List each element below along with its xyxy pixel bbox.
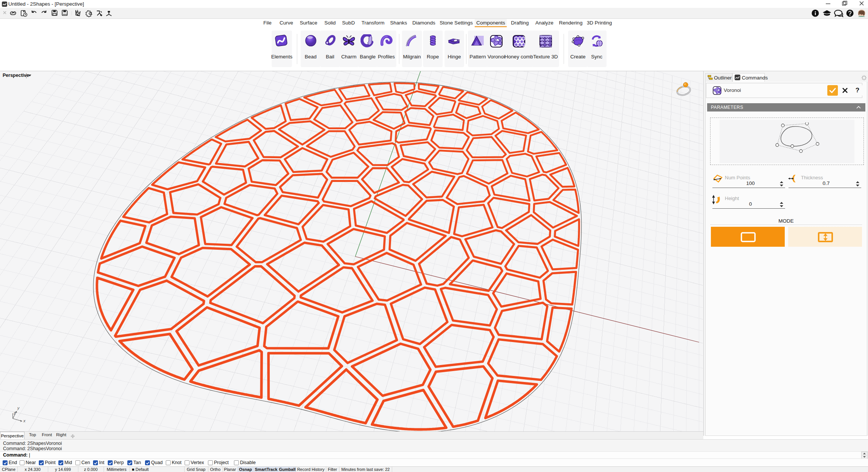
svg-text:x: x <box>23 419 26 423</box>
svg-text:y: y <box>17 406 20 410</box>
svg-text:z: z <box>13 411 16 415</box>
